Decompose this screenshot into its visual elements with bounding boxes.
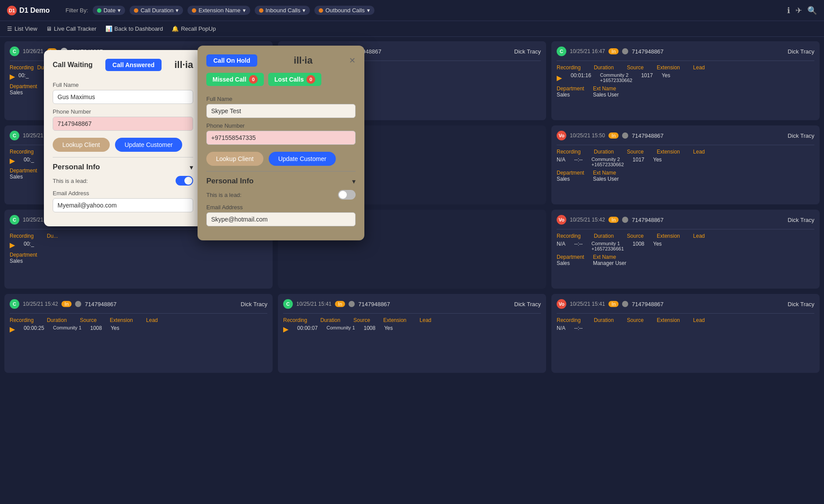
play-btn-3[interactable]: ▶ xyxy=(10,157,15,165)
full-name-input-h[interactable] xyxy=(206,104,356,118)
card-badge-4: Vo xyxy=(557,131,566,140)
play-btn-b0[interactable]: ▶ xyxy=(10,325,15,333)
play-btn-b1[interactable]: ▶ xyxy=(283,325,288,333)
chevron-down-icon: ▾ xyxy=(190,163,193,172)
bottom-header-2: Vo 10/25/21 15:41 In 7147948867 Dick Tra… xyxy=(557,299,814,309)
filter-inbound-calls[interactable]: Inbound Calls ▾ xyxy=(255,6,310,15)
dot-7 xyxy=(622,217,628,223)
card-status-7: In xyxy=(608,217,619,223)
phone-input-w[interactable] xyxy=(53,117,193,131)
is-lead-toggle-h[interactable] xyxy=(338,190,356,200)
logo-badge: D1 xyxy=(7,6,17,15)
full-name-label-h: Full Name xyxy=(206,96,356,102)
email-label-h: Email Address xyxy=(206,204,356,211)
chevron-down-icon: ▾ xyxy=(302,7,306,14)
send-icon[interactable]: ✈ xyxy=(795,6,802,15)
card-date-2: 10/25/21 16:47 xyxy=(570,48,605,54)
filter-outbound-calls[interactable]: Outbound Calls ▾ xyxy=(314,6,374,15)
personal-info-title-h: Personal Info xyxy=(206,177,254,186)
filter-call-duration[interactable]: Call Duration ▾ xyxy=(130,6,183,15)
lead-lbl-2: Lead xyxy=(693,64,705,71)
full-name-label-w: Full Name xyxy=(53,82,193,88)
subnav-list-view[interactable]: ☰ List View xyxy=(7,25,37,32)
duration-lbl-2: Duration xyxy=(594,64,614,71)
chevron-down-icon: ▾ xyxy=(243,7,246,14)
card-phone-2: 7147948867 xyxy=(632,48,663,55)
phone-input-h[interactable] xyxy=(206,131,356,145)
dot-green-icon xyxy=(97,8,101,13)
phone-label-w: Phone Number xyxy=(53,108,193,115)
list-icon: ☰ xyxy=(7,25,12,32)
card-date-4: 10/25/21 15:50 xyxy=(570,132,605,139)
dot-orange-icon4 xyxy=(319,8,323,13)
popup-waiting-btn-row: Lookup Client Update Customer xyxy=(53,138,193,152)
subnav-live-call-tracker[interactable]: 🖥 Live Call Tracker xyxy=(46,25,97,32)
lookup-client-button-w[interactable]: Lookup Client xyxy=(53,138,110,152)
popup-call-waiting: Call Waiting Call Answered ill·ia Full N… xyxy=(44,50,202,226)
play-btn-2[interactable]: ▶ xyxy=(557,72,562,83)
dept-val-0: Sales xyxy=(10,89,37,96)
card-phone-4: 7147948867 xyxy=(632,132,663,139)
dept-row-7: Department Sales Ext Name Manager User xyxy=(557,254,814,266)
update-customer-button-h[interactable]: Update Customer xyxy=(269,152,336,166)
is-lead-label-w: This is a lead: xyxy=(53,178,171,184)
app-title: D1 Demo xyxy=(19,7,50,14)
card-status-4: In xyxy=(608,132,619,139)
personal-info-header-w[interactable]: Personal Info ▾ xyxy=(53,163,193,172)
subnav-back-to-dashboard[interactable]: 📊 Back to Dashboard xyxy=(105,25,163,32)
info-icon[interactable]: ℹ xyxy=(787,6,790,15)
dur-val-4: --:-- xyxy=(574,157,583,167)
is-lead-label-h: This is a lead: xyxy=(206,192,334,198)
email-input-w[interactable] xyxy=(53,198,193,212)
bb-badge-2: Vo xyxy=(557,299,566,309)
popup-waiting-scroll: Full Name Phone Number Lookup Client Upd… xyxy=(53,77,193,218)
ext-val-4: 1017 xyxy=(633,157,644,167)
play-button-0[interactable]: ▶ xyxy=(10,72,15,81)
is-lead-toggle-w[interactable] xyxy=(176,176,193,186)
lookup-client-button-h[interactable]: Lookup Client xyxy=(206,152,263,166)
email-input-h[interactable] xyxy=(206,212,356,226)
play-btn-5[interactable]: ▶ xyxy=(10,241,15,249)
bb-badge-0: C xyxy=(10,299,19,309)
card-badge-0: C xyxy=(10,46,19,56)
dept-section-0: Department Sales xyxy=(10,83,37,96)
filter-outbound-calls-label: Outbound Calls xyxy=(325,7,365,14)
popup-waiting-header: Call Waiting Call Answered ill·ia xyxy=(53,59,193,71)
extension-val-2: 1017 xyxy=(641,72,653,83)
card-labels-4: Recording Duration Source Extension Lead xyxy=(557,149,814,155)
close-popup-button[interactable]: ✕ xyxy=(349,56,356,65)
update-customer-button-w[interactable]: Update Customer xyxy=(115,138,183,152)
call-onhold-button[interactable]: Call On Hold xyxy=(206,54,257,67)
card-header-2: C 10/25/21 16:47 In 7147948867 Dick Trac… xyxy=(557,46,814,56)
lost-calls-badge[interactable]: Lost Calls 0 xyxy=(268,73,321,86)
duration-val-2: 00:01:16 xyxy=(571,72,591,83)
lost-calls-count: 0 xyxy=(306,75,315,84)
filter-by-label: Filter By: xyxy=(65,7,88,14)
card-badge-3: C xyxy=(10,131,19,140)
chevron-down-icon: ▾ xyxy=(118,7,121,14)
extname-section-2: Ext Name Sales User xyxy=(593,86,619,98)
monitor-icon: 🖥 xyxy=(46,25,52,32)
bell-icon: 🔔 xyxy=(172,25,179,32)
full-name-input-w[interactable] xyxy=(53,90,193,104)
subnav-recall-popup[interactable]: 🔔 Recall PopUp xyxy=(172,25,216,32)
card-name-2: Dick Tracy xyxy=(788,48,814,55)
popup-onhold-header: Call On Hold ill·ia ✕ xyxy=(206,54,356,67)
personal-info-header-h[interactable]: Personal Info ▾ xyxy=(206,177,356,186)
card-labels-7: Recording Duration Source Extension Lead xyxy=(557,233,814,239)
bb-badge-1: C xyxy=(283,299,293,309)
toggle-knob-h xyxy=(339,191,347,199)
dot-4 xyxy=(622,132,628,139)
search-icon[interactable]: 🔍 xyxy=(807,6,817,15)
filter-extension-name-label: Extension Name xyxy=(198,7,240,14)
filter-extension-name[interactable]: Extension Name ▾ xyxy=(187,6,250,15)
top-nav: D1 D1 Demo Filter By: Date ▾ Call Durati… xyxy=(0,0,824,21)
chevron-down-icon: ▾ xyxy=(367,7,370,14)
source-val-2: Community 2+16572330662 xyxy=(600,72,633,83)
missed-call-badge[interactable]: Missed Call 0 xyxy=(206,73,264,86)
address-label-w: Address xyxy=(53,217,193,218)
lead-val-2: Yes xyxy=(662,72,670,83)
call-answered-button[interactable]: Call Answered xyxy=(105,59,162,71)
lost-calls-label: Lost Calls xyxy=(274,76,304,83)
filter-date[interactable]: Date ▾ xyxy=(93,6,125,15)
